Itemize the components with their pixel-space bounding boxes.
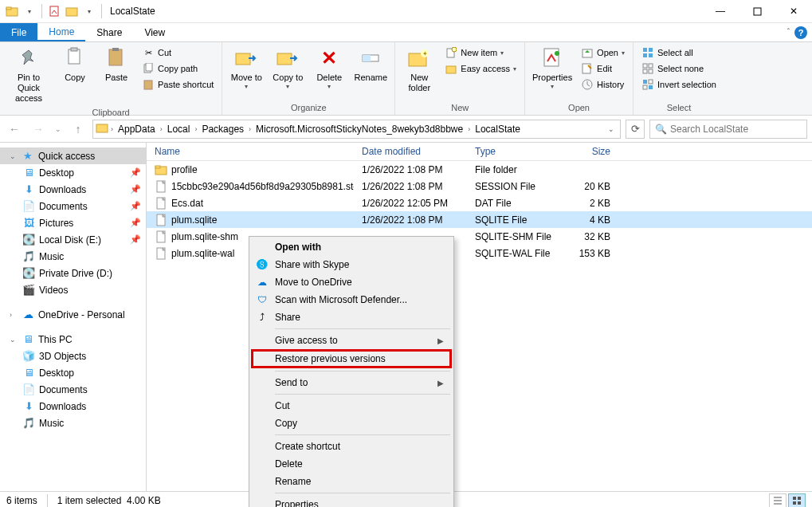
chevron-right-icon[interactable]: › bbox=[159, 125, 164, 133]
ctx-defender[interactable]: 🛡Scan with Microsoft Defender... bbox=[251, 291, 452, 309]
sidebar-item-pictures[interactable]: 🖼Pictures📌 bbox=[0, 214, 146, 231]
sidebar-item-privatedrive[interactable]: 💽Private Drive (D:) bbox=[0, 265, 146, 281]
address-box[interactable]: › AppData › Local › Packages › Microsoft… bbox=[92, 120, 621, 139]
sidebar-item-music2[interactable]: 🎵Music bbox=[0, 415, 146, 431]
sidebar-quick-access[interactable]: ⌄★Quick access bbox=[0, 147, 146, 164]
maximize-button[interactable] bbox=[739, 0, 775, 23]
sidebar-item-3d[interactable]: 🧊3D Objects bbox=[0, 348, 146, 364]
qat-properties-icon[interactable] bbox=[45, 2, 63, 20]
copy-button[interactable]: Copy bbox=[56, 44, 94, 84]
ctx-cut[interactable]: Cut bbox=[251, 397, 452, 415]
ctx-open-with[interactable]: Open with bbox=[251, 238, 452, 256]
qat-folder-icon[interactable] bbox=[63, 2, 80, 20]
paste-shortcut-button[interactable]: Paste shortcut bbox=[139, 77, 217, 92]
view-details-button[interactable] bbox=[769, 493, 787, 507]
col-date[interactable]: Date modified bbox=[354, 146, 467, 157]
sidebar-item-documents[interactable]: 📄Documents📌 bbox=[0, 198, 146, 214]
history-button[interactable]: History bbox=[578, 77, 628, 92]
sidebar-item-desktop[interactable]: 🖥Desktop📌 bbox=[0, 164, 146, 181]
qat-down2-icon[interactable]: ▾ bbox=[80, 2, 98, 20]
copy-to-button[interactable]: Copy to▾ bbox=[269, 44, 307, 92]
tab-file[interactable]: File bbox=[0, 23, 37, 41]
sidebar-item-downloads[interactable]: ⬇Downloads📌 bbox=[0, 181, 146, 198]
sidebar-item-downloads2[interactable]: ⬇Downloads bbox=[0, 398, 146, 415]
col-name[interactable]: Name bbox=[147, 146, 354, 157]
cut-button[interactable]: ✂Cut bbox=[139, 45, 217, 60]
select-none-button[interactable]: Select none bbox=[638, 61, 720, 76]
col-size[interactable]: Size bbox=[563, 146, 618, 157]
sidebar-onedrive[interactable]: ›☁OneDrive - Personal bbox=[0, 306, 146, 323]
rename-button[interactable]: Rename bbox=[351, 44, 390, 84]
chevron-right-icon[interactable]: › bbox=[466, 125, 472, 133]
file-name: plum.sqlite bbox=[171, 214, 217, 226]
ctx-rename[interactable]: Rename bbox=[251, 473, 452, 490]
tab-share[interactable]: Share bbox=[85, 23, 133, 41]
help-icon[interactable]: ? bbox=[794, 26, 807, 39]
invert-selection-button[interactable]: Invert selection bbox=[638, 77, 720, 92]
ctx-delete[interactable]: Delete bbox=[251, 455, 452, 473]
ctx-share[interactable]: ⤴Share bbox=[251, 309, 452, 326]
breadcrumb[interactable]: Packages bbox=[199, 124, 246, 135]
back-button[interactable]: ← bbox=[5, 120, 24, 139]
paste-button[interactable]: Paste bbox=[97, 44, 135, 84]
properties-button[interactable]: Properties▾ bbox=[530, 44, 575, 92]
file-name: profile bbox=[171, 164, 198, 175]
forward-button[interactable]: → bbox=[29, 120, 48, 139]
open-button[interactable]: Open ▾ bbox=[578, 45, 628, 60]
breadcrumb[interactable]: Microsoft.MicrosoftStickyNotes_8wekyb3d8… bbox=[253, 124, 465, 135]
minimize-button[interactable]: — bbox=[702, 0, 739, 23]
move-to-button[interactable]: Move to▾ bbox=[227, 44, 265, 92]
edit-button[interactable]: Edit bbox=[578, 61, 628, 76]
copy-path-button[interactable]: Copy path bbox=[139, 61, 217, 76]
ctx-send-to[interactable]: Send to▶ bbox=[251, 374, 452, 391]
sidebar-item-music[interactable]: 🎵Music bbox=[0, 248, 146, 265]
ctx-give-access[interactable]: Give access to▶ bbox=[251, 332, 452, 349]
svg-rect-21 bbox=[446, 66, 456, 73]
sidebar-item-documents2[interactable]: 📄Documents bbox=[0, 381, 146, 398]
table-row[interactable]: profile1/26/2022 1:08 PMFile folder bbox=[147, 161, 812, 178]
ctx-onedrive[interactable]: ☁Move to OneDrive bbox=[251, 273, 452, 291]
up-button[interactable]: ↑ bbox=[69, 120, 88, 139]
recent-dropdown[interactable]: ⌄ bbox=[53, 120, 64, 139]
col-type[interactable]: Type bbox=[467, 146, 563, 157]
view-icons-button[interactable] bbox=[788, 493, 806, 507]
table-row[interactable]: Ecs.dat1/26/2022 12:05 PMDAT File2 KB bbox=[147, 195, 812, 211]
file-name: Ecs.dat bbox=[171, 198, 203, 209]
table-row[interactable]: plum.sqlite1/26/2022 1:08 PMSQLITE File4… bbox=[147, 211, 812, 228]
close-button[interactable]: ✕ bbox=[775, 0, 812, 23]
ctx-copy[interactable]: Copy bbox=[251, 415, 452, 432]
pin-quick-access-button[interactable]: Pin to Quick access bbox=[5, 44, 53, 106]
refresh-button[interactable]: ⟳ bbox=[626, 120, 645, 139]
easy-access-button[interactable]: Easy access ▾ bbox=[441, 61, 520, 76]
sidebar-this-pc[interactable]: ⌄🖥This PC bbox=[0, 331, 146, 348]
ctx-create-shortcut[interactable]: Create shortcut bbox=[251, 438, 452, 455]
chevron-right-icon[interactable]: › bbox=[109, 125, 115, 133]
select-all-button[interactable]: Select all bbox=[638, 45, 720, 60]
table-row[interactable]: plum.sqlite-walSQLITE-WAL File153 KB bbox=[147, 245, 812, 261]
new-item-button[interactable]: New item ▾ bbox=[441, 45, 520, 60]
tab-view[interactable]: View bbox=[133, 23, 176, 41]
tab-home[interactable]: Home bbox=[37, 23, 85, 41]
sidebar-item-videos[interactable]: 🎬Videos bbox=[0, 281, 146, 298]
address-dropdown-icon[interactable]: ⌄ bbox=[605, 125, 618, 133]
new-folder-button[interactable]: ✦ New folder bbox=[400, 44, 438, 95]
qat-down-icon[interactable]: ▾ bbox=[21, 2, 38, 20]
table-row[interactable]: plum.sqlite-shmSQLITE-SHM File32 KB bbox=[147, 228, 812, 245]
sidebar-item-desktop2[interactable]: 🖥Desktop bbox=[0, 364, 146, 381]
chevron-right-icon[interactable]: › bbox=[193, 125, 198, 133]
ribbon-collapse-icon[interactable]: ˆ bbox=[787, 28, 790, 37]
breadcrumb[interactable]: LocalState bbox=[473, 124, 523, 135]
ctx-skype[interactable]: 🅢Share with Skype bbox=[251, 256, 452, 273]
chevron-right-icon[interactable]: › bbox=[247, 125, 253, 133]
delete-button[interactable]: ✕ Delete▾ bbox=[310, 44, 348, 92]
search-input[interactable] bbox=[670, 124, 802, 135]
title-bar: ▾ ▾ LocalState — ✕ bbox=[0, 0, 812, 23]
search-box[interactable]: 🔍 bbox=[649, 120, 807, 139]
breadcrumb[interactable]: Local bbox=[165, 124, 193, 135]
table-row[interactable]: 15cbbc93e290a4d56bf8d9a29305b8981.sto...… bbox=[147, 178, 812, 195]
sidebar-item-localdisk[interactable]: 💽Local Disk (E:)📌 bbox=[0, 231, 146, 248]
ctx-properties[interactable]: Properties bbox=[251, 496, 452, 507]
svg-rect-38 bbox=[649, 85, 653, 89]
ctx-restore-previous[interactable]: Restore previous versions bbox=[251, 349, 452, 368]
breadcrumb[interactable]: AppData bbox=[116, 124, 158, 135]
